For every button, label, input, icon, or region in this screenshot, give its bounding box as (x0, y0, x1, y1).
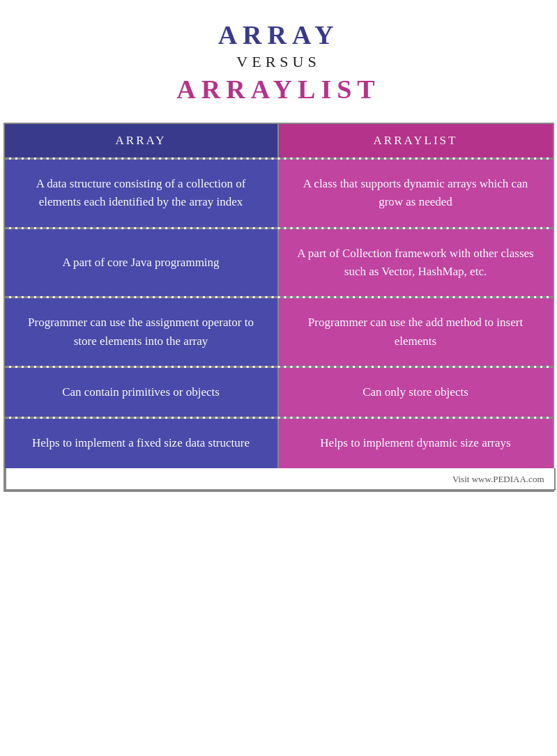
table-row: A part of core Java programmingA part of… (5, 227, 553, 297)
table-row: Programmer can use the assignment operat… (5, 296, 553, 366)
table-row: Can contain primitives or objectsCan onl… (5, 366, 553, 417)
cell-arraylist-4: Helps to implement dynamic size arrays (279, 419, 553, 468)
cell-array-1: A part of core Java programming (5, 229, 279, 297)
cell-arraylist-3: Can only store objects (279, 368, 553, 417)
col-header-arraylist: ARRAYLIST (279, 124, 553, 157)
footer-bar: Visit www.PEDIAA.com (5, 468, 556, 491)
comparison-table: ARRAY ARRAYLIST A data structure consist… (3, 123, 554, 492)
cell-array-0: A data structure consisting of a collect… (5, 160, 279, 227)
table-row: A data structure consisting of a collect… (5, 157, 553, 227)
table-row: Helps to implement a fixed size data str… (5, 417, 553, 468)
cell-array-4: Helps to implement a fixed size data str… (5, 419, 279, 468)
cell-arraylist-0: A class that supports dynamic arrays whi… (279, 160, 553, 227)
cell-arraylist-1: A part of Collection framework with othe… (279, 229, 553, 297)
cell-arraylist-2: Programmer can use the add method to ins… (279, 298, 553, 366)
cell-array-3: Can contain primitives or objects (5, 368, 279, 417)
title-versus: VERSUS (14, 53, 543, 71)
col-header-array: ARRAY (5, 124, 279, 157)
footer-text: Visit www.PEDIAA.com (452, 474, 544, 484)
column-headers: ARRAY ARRAYLIST (5, 124, 553, 157)
title-arraylist: ARRAYLIST (14, 74, 543, 105)
cell-array-2: Programmer can use the assignment operat… (5, 298, 279, 366)
rows-container: A data structure consisting of a collect… (5, 157, 553, 468)
header-section: ARRAY VERSUS ARRAYLIST (0, 0, 557, 116)
title-array: ARRAY (14, 20, 543, 50)
